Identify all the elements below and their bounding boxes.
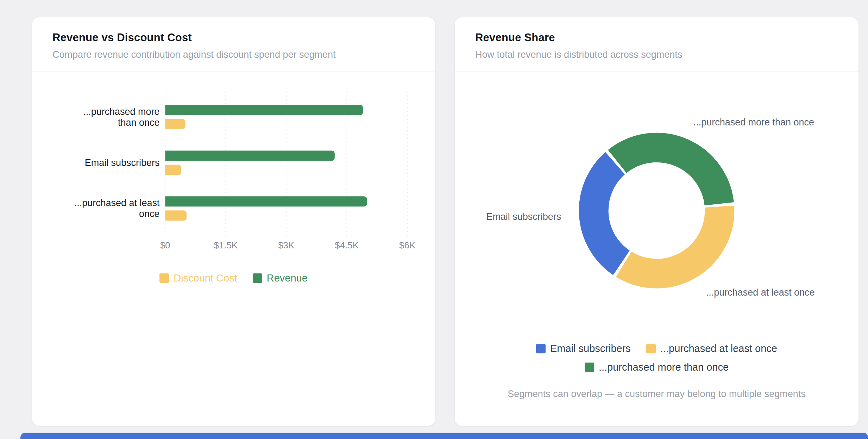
- legend-swatch-icon: [159, 273, 169, 283]
- legend-label: ...purchased at least once: [660, 343, 777, 354]
- bar-card-title: Revenue vs Discount Cost: [52, 31, 415, 44]
- bar-card-body: $0$1.5K$3K$4.5K$6K...purchased morethan …: [32, 72, 435, 426]
- svg-text:$1.5K: $1.5K: [214, 240, 238, 250]
- dashboard-page: Revenue vs Discount Cost Compare revenue…: [0, 0, 868, 439]
- donut-card-subtitle: How total revenue is distributed across …: [475, 49, 838, 60]
- svg-text:$3K: $3K: [278, 240, 295, 250]
- legend-item: ...purchased at least once: [646, 343, 777, 354]
- svg-text:$6K: $6K: [399, 240, 416, 250]
- legend-label: ...purchased more than once: [599, 361, 729, 373]
- revenue-bar[interactable]: [165, 105, 363, 115]
- legend-label: Email subscribers: [550, 343, 631, 354]
- revenue-bar[interactable]: [165, 196, 367, 206]
- legend-swatch-icon: [253, 273, 262, 283]
- discount-bar[interactable]: [165, 165, 181, 175]
- donut-segment[interactable]: [617, 148, 719, 204]
- legend-label: Discount Cost: [174, 272, 237, 284]
- bar-card-header: Revenue vs Discount Cost Compare revenue…: [32, 17, 435, 72]
- category-label: than once: [118, 117, 159, 128]
- category-label: ...purchased at least: [74, 198, 160, 208]
- legend-item: Revenue: [253, 272, 308, 284]
- revenue-bar[interactable]: [165, 151, 334, 161]
- svg-text:$0: $0: [160, 240, 170, 250]
- legend-label: Revenue: [267, 272, 308, 284]
- bar-chart[interactable]: $0$1.5K$3K$4.5K$6K...purchased morethan …: [32, 72, 435, 255]
- donut-chart-legend: Email subscribers...purchased at least o…: [498, 343, 815, 373]
- svg-text:$4.5K: $4.5K: [335, 240, 359, 250]
- discount-bar[interactable]: [165, 119, 185, 129]
- donut-segment[interactable]: [594, 163, 622, 263]
- revenue-vs-discount-card: Revenue vs Discount Cost Compare revenue…: [32, 17, 435, 426]
- donut-card-header: Revenue Share How total revenue is distr…: [455, 17, 858, 72]
- legend-swatch-icon: [536, 344, 546, 353]
- bottom-panel-edge: [20, 433, 868, 439]
- donut-card-title: Revenue Share: [475, 31, 838, 44]
- revenue-share-card: Revenue Share How total revenue is distr…: [454, 17, 859, 426]
- category-label: Email subscribers: [85, 157, 160, 168]
- legend-item: ...purchased more than once: [585, 361, 729, 373]
- legend-swatch-icon: [646, 344, 656, 353]
- donut-card-body: ...purchased more than once...purchased …: [455, 72, 858, 426]
- category-label: ...purchased more: [83, 106, 159, 117]
- donut-segment-label: Email subscribers: [486, 211, 561, 222]
- discount-bar[interactable]: [165, 210, 187, 221]
- category-label: once: [139, 209, 159, 219]
- legend-item: Email subscribers: [536, 343, 631, 354]
- legend-item: Discount Cost: [159, 272, 237, 284]
- bar-chart-legend: Discount CostRevenue: [159, 272, 308, 284]
- legend-swatch-icon: [585, 363, 594, 372]
- donut-segment[interactable]: [624, 206, 719, 273]
- bar-card-subtitle: Compare revenue contribution against dis…: [52, 49, 415, 60]
- donut-segment-label: ...purchased at least once: [706, 287, 815, 298]
- donut-footnote: Segments can overlap — a customer may be…: [455, 389, 858, 400]
- donut-chart[interactable]: ...purchased more than once...purchased …: [455, 72, 858, 311]
- donut-segment-label: ...purchased more than once: [693, 117, 814, 128]
